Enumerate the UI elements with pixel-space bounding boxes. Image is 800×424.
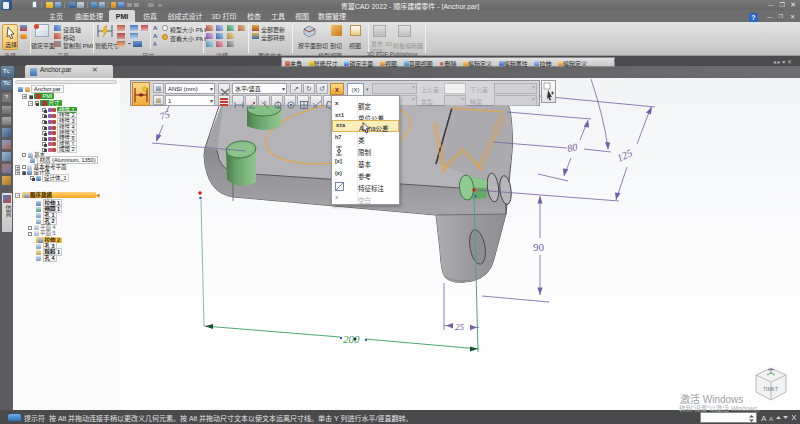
svg-text:A: A [761, 414, 767, 423]
svg-text:TIMKT: TIMKT [763, 386, 778, 392]
svg-text:75: 75 [158, 108, 171, 122]
svg-text:A: A [769, 416, 773, 422]
svg-text:90: 90 [533, 241, 545, 253]
svg-text:200: 200 [343, 333, 360, 345]
svg-text:80: 80 [566, 141, 578, 154]
svg-text:25: 25 [455, 322, 465, 332]
svg-text:125: 125 [615, 147, 634, 164]
